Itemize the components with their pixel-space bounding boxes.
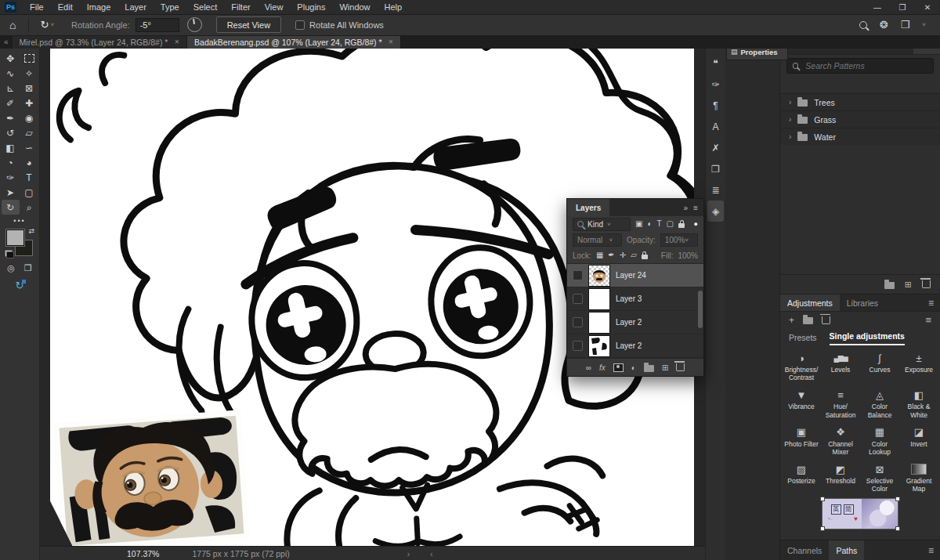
menu-help[interactable]: Help [378,0,410,14]
default-colors-icon[interactable] [5,250,13,257]
search-icon[interactable] [859,21,867,29]
list-view-icon[interactable]: ≡ [925,314,931,326]
menu-type[interactable]: Type [154,0,186,14]
shape-tool-icon[interactable]: ▢ [20,185,38,200]
document-tab-badakberenang[interactable]: BadakBerenang.psd @ 107% (Layer 24, RGB/… [187,35,401,49]
selection-handle[interactable] [820,526,825,531]
restore-button[interactable]: ❐ [890,0,915,14]
adjustment-selective-color[interactable]: ⊠ Selective Color [860,463,899,493]
rotation-angle-input[interactable]: -5° [136,18,179,32]
close-icon[interactable]: ✕ [174,38,179,45]
new-group-icon[interactable] [884,282,895,289]
patterns-search-input[interactable] [804,60,927,71]
adjustment-brightness-contrast[interactable]: ◑ Brightness/ Contrast [782,352,821,381]
adjustment-channel-mixer[interactable]: ❖ Channel Mixer [821,426,860,456]
workspace-icon[interactable]: ❒ [901,19,910,31]
brush-tool-icon[interactable]: ✒ [2,110,20,125]
layer-thumbnail[interactable] [589,336,609,356]
adjustment-exposure[interactable]: ± Exposure [899,352,938,381]
marquee-tool-icon[interactable] [20,51,38,66]
collapse-panel-icon[interactable]: » [684,204,689,212]
lock-position-icon[interactable]: ✛ [620,251,626,259]
paragraph-icon[interactable]: ¶ [707,95,724,116]
chevron-down-icon[interactable]: ˅ [50,21,54,28]
crop-tool-icon[interactable]: ⊾ [2,81,20,96]
rotate-view-tool-icon[interactable]: ↻ [40,19,49,31]
adjustment-hue-saturation[interactable]: ≡ Hue/ Saturation [821,388,860,418]
chevron-right-icon[interactable]: › [789,132,791,141]
brushes-icon[interactable]: ≣ [707,179,724,201]
tab-presets[interactable]: Presets [789,333,817,345]
new-pattern-icon[interactable]: ⊞ [905,280,912,290]
tab-adjustments[interactable]: Adjustments [780,294,840,311]
menu-image[interactable]: Image [80,0,118,14]
document-tab-mirel[interactable]: Mirel.psd @ 73.3% (Layer 24, RGB/8#) * ✕ [13,35,188,49]
trash-icon[interactable] [822,316,830,324]
layer-row-layer3[interactable]: Layer 3 [567,287,703,311]
lock-transparency-icon[interactable]: ▦ [596,251,603,259]
zoom-level[interactable]: 107.37% [127,549,159,558]
menu-view[interactable]: View [258,0,291,14]
menu-plugins[interactable]: Plugins [290,0,332,14]
character-icon[interactable]: A [707,116,724,137]
adjustment-threshold[interactable]: ◩ Threshold [821,463,860,493]
lasso-tool-icon[interactable]: ∿ [2,66,20,81]
menu-layer[interactable]: Layer [118,0,154,14]
chevron-right-icon[interactable]: › [789,115,791,124]
swap-colors-icon[interactable]: ⇄ [28,227,34,235]
plugin-cycle-icon[interactable]: ↻ [16,280,24,291]
close-icon[interactable]: ✕ [389,38,394,45]
adjustment-posterize[interactable]: ▨ Posterize [782,463,821,493]
clone-source-icon[interactable]: ❐ [707,158,724,179]
status-arrow-left[interactable]: ‹ [430,550,432,558]
eraser-tool-icon[interactable]: ▱ [20,125,38,140]
rotate-all-windows-checkbox[interactable] [295,20,305,30]
layer-row-layer24[interactable]: Layer 24 [567,264,703,287]
new-layer-icon[interactable]: ⊞ [662,363,668,372]
plugin-banner[interactable]: 英 简 ヽ. ♥ [822,498,898,529]
path-select-tool-icon[interactable]: ➤ [2,185,20,200]
status-arrow-right[interactable]: › [407,550,410,558]
layer-thumbnail[interactable] [589,289,609,309]
filter-adjustment-icon[interactable]: ◐ [647,220,652,228]
move-tool-icon[interactable]: ✥ [2,51,20,66]
menu-filter[interactable]: Filter [224,0,257,14]
filter-shape-icon[interactable]: ▢ [667,220,674,228]
chevron-down-icon[interactable]: ˅ [922,21,926,28]
add-mask-icon[interactable] [613,363,624,372]
quick-mask-icon[interactable]: ◎ [7,263,15,273]
filter-kind-dropdown[interactable]: Kind ˅ [573,218,631,231]
lock-pixels-icon[interactable]: ✒ [608,251,614,259]
adjustment-gradient-map[interactable]: Gradient Map [899,463,938,493]
menu-window[interactable]: Window [332,0,377,14]
filter-toggle-icon[interactable]: ● [694,220,698,228]
comments-icon[interactable]: ❝ [707,52,724,74]
patterns-search-box[interactable] [786,58,934,74]
pattern-group-trees[interactable]: › Trees [780,93,940,110]
brush-settings-icon[interactable]: ✑ [707,74,724,95]
foreground-color-swatch[interactable] [6,229,24,246]
selection-handle[interactable] [820,497,825,501]
eyedropper-tool-icon[interactable]: ✐ [2,96,20,110]
link-layers-icon[interactable]: ∞ [586,363,591,372]
layer-row-layer2b[interactable]: Layer 2 [567,334,703,358]
adjustment-photo-filter[interactable]: ▣ Photo Filter [782,426,821,456]
burn-tool-icon[interactable]: ◕ [20,155,38,170]
visibility-toggle[interactable] [573,317,583,327]
collapse-icon[interactable]: « [0,35,13,49]
lock-all-icon[interactable] [642,255,648,259]
adjustment-black-white[interactable]: ◧ Black & White [899,388,938,418]
screen-mode-icon[interactable]: ❐ [24,263,32,273]
healing-brush-tool-icon[interactable]: ✚ [20,96,38,110]
adjustment-color-balance[interactable]: ◬ Color Balance [860,388,899,418]
tool-presets-icon[interactable]: ✗ [707,137,724,158]
layer-thumbnail[interactable] [589,266,609,286]
panel-menu-icon[interactable]: ≡ [693,204,698,212]
fill-value[interactable]: 100% [678,251,698,260]
lock-artboard-icon[interactable]: ▱ [631,251,637,259]
layers-panel-icon[interactable]: ◈ [707,201,724,222]
menu-edit[interactable]: Edit [51,0,80,14]
filter-image-icon[interactable]: ▣ [635,220,642,228]
panel-menu-icon[interactable]: ≡ [922,540,940,560]
blend-mode-dropdown[interactable]: Normal ˅ [573,233,622,247]
